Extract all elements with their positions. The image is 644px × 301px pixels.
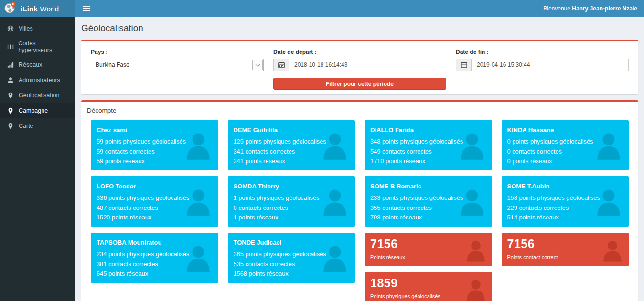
date-end-group: Date de fin :: [451, 49, 633, 90]
hamburger-icon: [83, 4, 90, 13]
agent-card: TAPSOBA Mouniratou234 points physiques g…: [91, 233, 218, 283]
date-start-input[interactable]: [289, 59, 446, 71]
globe-icon: [7, 25, 14, 32]
country-select[interactable]: Burkina Faso: [91, 59, 264, 71]
user-icon: [7, 76, 14, 84]
person-icon: [602, 238, 623, 263]
sidebar-item-label: Carte: [19, 123, 33, 129]
card-column: Chez sami59 points physiques géolocalisé…: [86, 120, 223, 301]
total-card: 7156Points réseaux: [365, 233, 492, 266]
agent-card: LOFO Teodor336 points physiques géolocal…: [91, 176, 218, 227]
welcome-message: Bienvenue Hanry Jean-pierre Nzale: [543, 5, 644, 12]
person-icon: [185, 185, 212, 219]
date-end-input[interactable]: [471, 59, 629, 71]
page-title: Géolocalisation: [81, 23, 638, 33]
main-content: Géolocalisation Pays : Burkina Faso Date…: [75, 17, 644, 301]
person-icon: [465, 238, 486, 263]
person-icon: [459, 185, 485, 219]
date-start-label: Date de départ :: [273, 49, 446, 55]
card-column: DEME Guibilila125 points physiques géolo…: [223, 120, 360, 301]
total-card: 7156Points contact correct: [502, 233, 629, 266]
date-start-group: Date de départ : Filtrer pour cette péri…: [268, 49, 451, 90]
date-end-label: Date de fin :: [456, 49, 629, 55]
agent-card: DEME Guibilila125 points physiques géolo…: [228, 120, 355, 170]
decompte-title: Décompte: [81, 102, 638, 120]
person-icon: [595, 185, 622, 219]
barcode-icon: [7, 43, 14, 51]
sidebar-item-label: Administrateurs: [19, 77, 60, 83]
agent-card: Chez sami59 points physiques géolocalisé…: [91, 120, 218, 170]
sidebar-item-villes[interactable]: Villes: [0, 21, 75, 36]
calendar-icon[interactable]: [456, 59, 471, 71]
sidebar-item-campagne[interactable]: Campagne: [0, 103, 75, 118]
filter-period-button[interactable]: Filtrer pour cette période: [273, 78, 446, 90]
country-filter-group: Pays : Burkina Faso: [86, 49, 268, 90]
agent-card: SOMDA Thierry1 points physiques géolocal…: [228, 176, 355, 227]
person-icon: [322, 128, 348, 163]
sidebar-item-g-olocalisation[interactable]: Géolocalisation: [0, 88, 75, 103]
map-marker-icon: [7, 92, 14, 99]
sidebar-menu: VillesCodes hyperviseursRéseauxAdministr…: [0, 17, 75, 301]
card-column: KINDA Hassane0 points physiques géolocal…: [497, 120, 634, 301]
sidebar-item-label: Réseaux: [19, 62, 42, 68]
sidebar-item-codes-hyperviseurs[interactable]: Codes hyperviseurs: [0, 36, 75, 57]
top-navbar: Bienvenue Hanry Jean-pierre Nzale: [75, 0, 644, 17]
sidebar-item-label: Géolocalisation: [19, 92, 59, 99]
sidebar-item-carte[interactable]: Carte: [0, 118, 75, 134]
person-icon: [322, 185, 348, 219]
agent-card: SOME T.Aubin158 points physiques géoloca…: [502, 176, 629, 227]
agent-card: KINDA Hassane0 points physiques géolocal…: [502, 120, 629, 170]
signal-icon: [7, 61, 14, 69]
agent-card: TONDE Judicael365 points physiques géolo…: [228, 233, 355, 283]
globe-pin-logo-icon: [4, 1, 17, 16]
country-select-value: Burkina Faso: [96, 62, 129, 68]
sidebar-item-administrateurs[interactable]: Administrateurs: [0, 73, 75, 88]
decompte-panel: Décompte Chez sami59 points physiques gé…: [81, 100, 638, 301]
calendar-icon[interactable]: [273, 59, 289, 71]
chevron-down-icon: [252, 60, 263, 70]
person-icon: [185, 241, 212, 275]
sidebar-item-label: Codes hyperviseurs: [18, 40, 69, 53]
map-marker-icon: [7, 107, 14, 114]
filter-panel: Pays : Burkina Faso Date de départ : Fi: [81, 40, 638, 94]
sidebar-toggle-button[interactable]: [75, 0, 97, 17]
app-window: iLink World Bienvenue Hanry Jean-pierre …: [0, 0, 644, 301]
person-icon: [465, 277, 486, 301]
brand-logo[interactable]: iLink World: [0, 0, 75, 17]
person-icon: [459, 128, 485, 163]
sidebar-item-r-seaux[interactable]: Réseaux: [0, 57, 75, 73]
brand-title: iLink World: [21, 5, 59, 13]
person-icon: [322, 241, 348, 275]
country-label: Pays :: [91, 49, 264, 55]
sidebar-item-label: Villes: [19, 25, 33, 32]
agent-card: DIALLO Farida348 points physiques géoloc…: [365, 120, 492, 170]
person-icon: [185, 128, 212, 163]
sidebar-item-label: Campagne: [19, 107, 48, 114]
total-card: 1859Points physiques géolocalisés: [365, 272, 492, 301]
cards-grid: Chez sami59 points physiques géolocalisé…: [81, 120, 638, 301]
map-marker-icon: [7, 122, 14, 130]
person-icon: [595, 128, 622, 163]
agent-card: SOME B Romaric233 points physiques géolo…: [365, 176, 492, 227]
card-column: DIALLO Farida348 points physiques géoloc…: [360, 120, 497, 301]
